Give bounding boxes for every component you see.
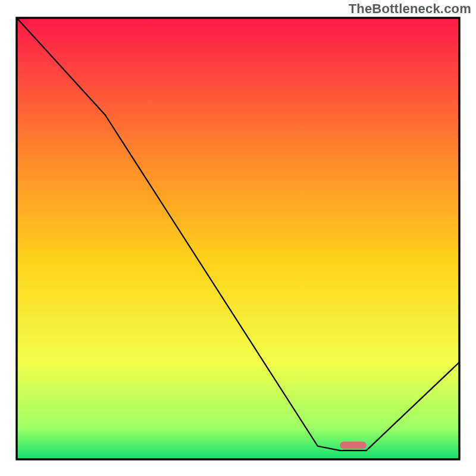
chart-container: TheBottleneck.com <box>0 0 476 476</box>
plot-background <box>17 18 459 459</box>
optimal-range-marker <box>340 441 367 449</box>
watermark-label: TheBottleneck.com <box>349 1 471 17</box>
bottleneck-chart <box>0 0 476 476</box>
